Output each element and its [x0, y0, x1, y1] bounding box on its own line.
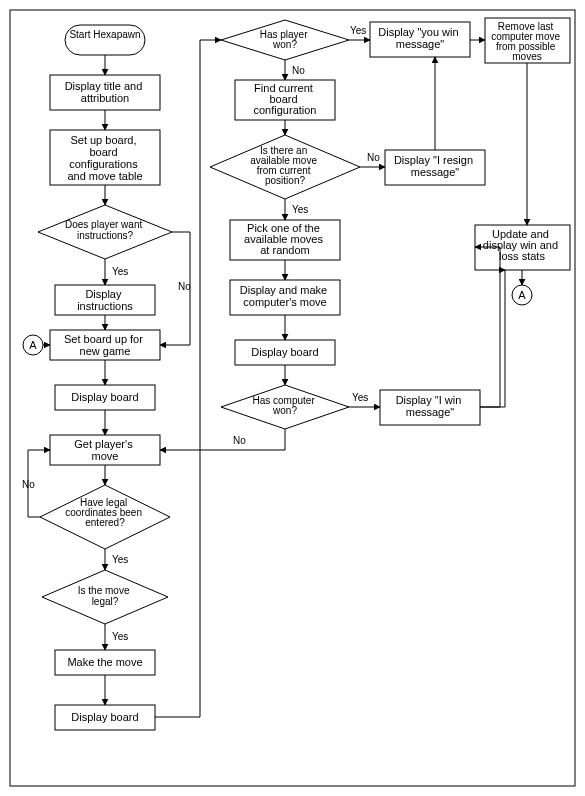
setup-board-text: Set up board, board configurations and m…	[67, 134, 142, 182]
label-no-3: No	[292, 65, 305, 76]
label-yes-5: Yes	[292, 204, 308, 215]
label-no-1: No	[178, 281, 191, 292]
label-yes-2: Yes	[112, 554, 128, 565]
want-instr-text: Does player want instructions?	[65, 219, 145, 241]
label-yes-6: Yes	[352, 392, 368, 403]
connector-a-left-text: A	[29, 339, 37, 351]
display-make-cpu-text: Display and make computer's move	[240, 284, 331, 308]
label-no-5: No	[233, 435, 246, 446]
label-yes-4: Yes	[350, 25, 366, 36]
display-board3-text: Display board	[71, 711, 138, 723]
flowchart: Start Hexapawn Display title and attribu…	[0, 0, 585, 796]
label-no-2: No	[22, 479, 35, 490]
label-yes-1: Yes	[112, 266, 128, 277]
label-no-4: No	[367, 152, 380, 163]
i-win-text: Display "I win message"	[396, 394, 465, 418]
display-board1-text: Display board	[71, 391, 138, 403]
display-board2-text: Display board	[251, 346, 318, 358]
connector-a-right-text: A	[518, 289, 526, 301]
start-text: Start Hexapawn	[69, 29, 140, 40]
make-move-text: Make the move	[67, 656, 142, 668]
label-yes-3: Yes	[112, 631, 128, 642]
